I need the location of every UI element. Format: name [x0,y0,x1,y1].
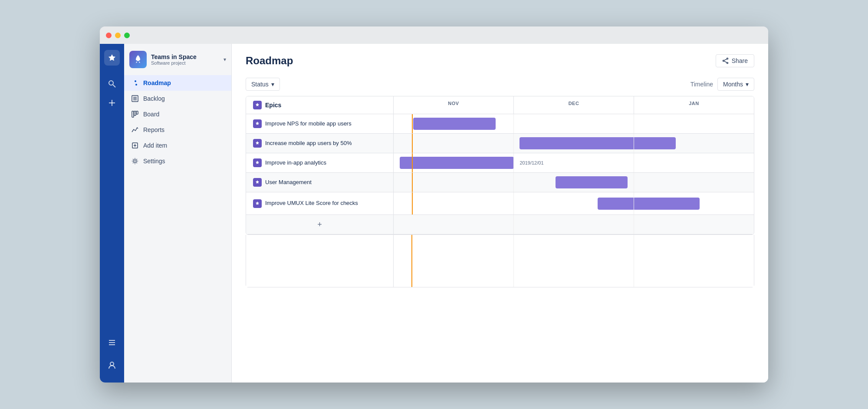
sidebar-item-label-backlog: Backlog [143,95,165,102]
toolbar: Status ▾ Timeline Months ▾ [232,74,768,96]
sidebar-item-board[interactable]: Board [124,106,231,122]
row-label-text-3: Improve in-app analytics [265,159,326,167]
epic-label-5: Improve UMUX Lite Score for checks [246,192,394,214]
svg-point-21 [134,160,136,162]
sidebar-item-reports[interactable]: Reports [124,122,231,138]
page-title: Roadmap [246,55,293,67]
epics-icon [253,101,262,109]
row-label-text-4: User Management [265,179,312,186]
gantt-row[interactable]: User Management [246,173,754,192]
svg-rect-17 [136,111,138,114]
svg-point-22 [727,58,728,59]
empty-section [246,235,754,287]
epics-label: Epics [265,102,281,109]
titlebar [100,26,768,44]
status-filter-button[interactable]: Status ▾ [246,78,280,91]
month-section-nov-4 [394,173,514,192]
project-avatar [129,51,147,68]
main-content: Roadmap Share Status ▾ Timeline Months ▾ [232,44,768,383]
months-chevron-icon: ▾ [746,81,749,88]
svg-point-7 [110,362,114,366]
month-section-jan-4 [634,173,754,192]
share-button[interactable]: Share [716,54,754,67]
sidebar-item-add-item[interactable]: Add item [124,138,231,153]
gantt-months-header: NOV DEC JAN [394,96,754,114]
svg-point-8 [137,58,139,59]
toolbar-right: Timeline Months ▾ [690,78,754,91]
status-label: Status [251,81,269,88]
sidebar-item-label-board: Board [143,111,159,118]
add-timeline [394,215,754,234]
gantt-row[interactable]: Improve NPS for mobile app users [246,114,754,134]
month-section-jan-1 [634,114,754,133]
user-icon[interactable] [104,357,120,373]
project-info: Teams in Space Software project [151,53,219,66]
logo-icon[interactable] [104,50,120,66]
add-month-jan [634,215,754,234]
epic-label-2: Increase mobile app users by 50% [246,134,394,153]
sidebar-item-backlog[interactable]: Backlog [124,91,231,106]
epic-icon-1 [253,119,262,128]
close-button[interactable] [106,33,112,38]
gantt-bars-5 [394,192,754,214]
svg-point-23 [723,60,724,62]
gantt-table: Epics NOV DEC JAN [246,96,754,235]
menu-icon[interactable] [104,335,120,350]
gantt-row[interactable]: Increase mobile app users by 50% [246,134,754,153]
traffic-lights [106,33,130,38]
status-chevron-icon: ▾ [271,81,274,88]
epics-column-header: Epics [246,96,394,114]
months-label: Months [723,81,743,88]
row-label-text-5: Improve UMUX Lite Score for checks [265,200,358,207]
app-window: Teams in Space Software project ▾ Roadma… [100,26,768,383]
row-label-text-2: Increase mobile app users by 50% [265,140,352,147]
svg-point-0 [109,81,113,85]
month-nov: NOV [394,96,514,114]
gantt-bars-2 [394,134,754,153]
project-name: Teams in Space [151,53,219,61]
sidebar-item-settings[interactable]: Settings [124,153,231,169]
month-section-jan-2 [634,134,754,153]
sidebar-item-roadmap[interactable]: Roadmap [124,75,231,91]
share-label: Share [732,57,748,64]
add-epic-cell: + [246,215,394,234]
page-header: Roadmap Share [232,44,768,74]
svg-point-10 [135,84,137,86]
rail-bottom [104,335,120,376]
epic-icon-4 [253,178,262,187]
project-type: Software project [151,60,219,66]
row-label-text-1: Improve NPS for mobile app users [265,120,352,128]
epic-icon-3 [253,158,262,167]
month-section-nov-1 [394,114,514,133]
month-section-nov-2 [394,134,514,153]
chevron-down-icon[interactable]: ▾ [224,56,226,63]
month-section-dec-4 [514,173,634,192]
timeline-label: Timeline [690,81,713,88]
project-header[interactable]: Teams in Space Software project ▾ [124,51,231,75]
epic-label-1: Improve NPS for mobile app users [246,114,394,133]
month-dec: DEC [514,96,634,114]
svg-rect-15 [132,111,134,117]
month-jan: JAN [634,96,754,114]
month-section-jan-3 [634,153,754,172]
gantt-row[interactable]: Improve in-app analytics 2019/12/01 [246,153,754,173]
month-section-jan-5 [634,192,754,214]
svg-line-26 [724,61,727,63]
create-icon[interactable] [104,95,120,111]
gantt-bars-4 [394,173,754,192]
gantt-container[interactable]: Epics NOV DEC JAN [232,96,768,383]
gantt-row[interactable]: Improve UMUX Lite Score for checks [246,192,754,215]
svg-rect-16 [134,111,136,115]
maximize-button[interactable] [124,33,130,38]
search-icon[interactable] [104,76,120,92]
gantt-bars-1 [394,114,754,133]
epic-label-3: Improve in-app analytics [246,153,394,172]
epic-label-4: User Management [246,173,394,192]
epic-icon-5 [253,199,262,208]
app-body: Teams in Space Software project ▾ Roadma… [100,44,768,383]
minimize-button[interactable] [115,33,121,38]
add-epic-button[interactable]: + [315,219,325,230]
svg-point-24 [727,63,728,64]
months-selector[interactable]: Months ▾ [717,78,754,91]
gantt-add-row: + [246,215,754,234]
